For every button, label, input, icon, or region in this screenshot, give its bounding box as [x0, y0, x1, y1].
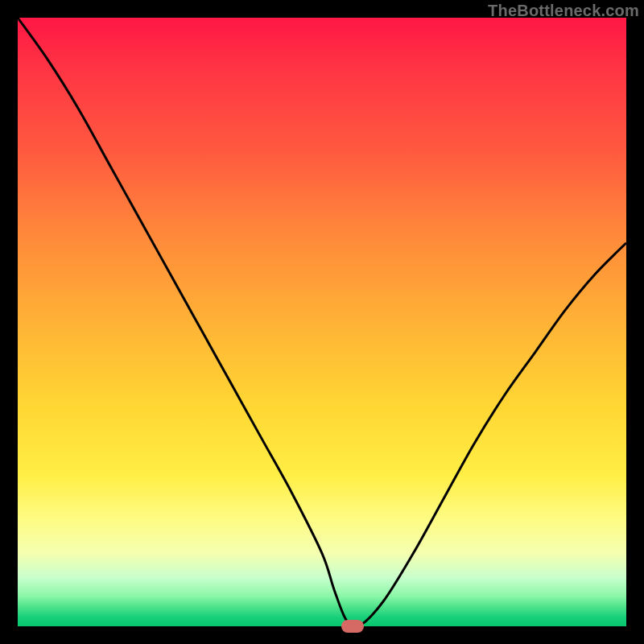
bottleneck-curve-svg: [18, 18, 626, 626]
watermark-text: TheBottleneck.com: [488, 2, 639, 20]
chart-frame: TheBottleneck.com: [0, 0, 644, 644]
optimal-point-marker: [341, 620, 364, 633]
bottleneck-curve-path: [18, 18, 626, 627]
